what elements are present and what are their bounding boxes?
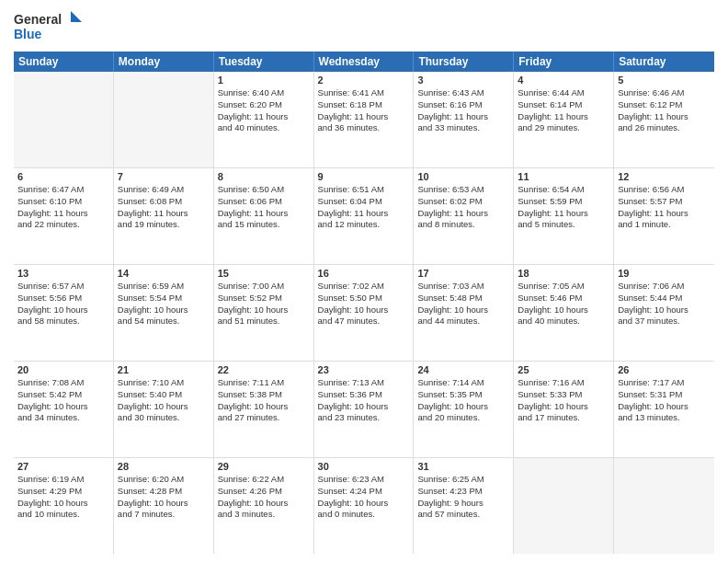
day-number: 13 [17, 268, 109, 279]
cell-info-line: Sunrise: 7:02 AM [318, 281, 410, 293]
cell-info-line: Sunrise: 6:19 AM [17, 474, 109, 486]
calendar-row-2: 13Sunrise: 6:57 AMSunset: 5:56 PMDayligh… [14, 265, 714, 362]
cell-info-line: Daylight: 11 hours [518, 111, 609, 123]
cell-info-line: Sunrise: 6:53 AM [417, 184, 509, 196]
cell-info-line: and 8 minutes. [417, 219, 509, 231]
cell-info-line: Sunset: 6:04 PM [318, 196, 410, 208]
cell-info-line: Sunrise: 6:25 AM [417, 474, 509, 486]
cell-info-line: Sunset: 5:56 PM [17, 293, 109, 304]
cell-info-line: Sunrise: 7:10 AM [118, 377, 210, 389]
cell-info-line: Sunset: 5:50 PM [318, 293, 410, 304]
cell-info-line: Sunrise: 6:40 AM [218, 87, 310, 99]
cell-info-line: Sunset: 6:18 PM [318, 99, 410, 111]
cell-info-line: and 40 minutes. [218, 122, 310, 134]
cell-info-line: Sunset: 5:54 PM [118, 293, 210, 304]
svg-text:Blue: Blue [14, 27, 42, 41]
cell-info-line: Sunrise: 6:51 AM [318, 184, 410, 196]
calendar-cell-empty-0-1 [114, 72, 214, 167]
day-number: 26 [618, 364, 711, 375]
calendar-cell-day-31: 31Sunrise: 6:25 AMSunset: 4:23 PMDayligh… [414, 458, 514, 554]
cell-info-line: Daylight: 10 hours [17, 498, 109, 510]
cell-info-line: Daylight: 10 hours [218, 401, 310, 413]
cell-info-line: Sunset: 4:28 PM [118, 486, 210, 498]
cell-info-line: Daylight: 10 hours [218, 498, 310, 510]
calendar-cell-day-1: 1Sunrise: 6:40 AMSunset: 6:20 PMDaylight… [214, 72, 314, 167]
calendar-cell-day-26: 26Sunrise: 7:17 AMSunset: 5:31 PMDayligh… [614, 362, 714, 457]
cell-info-line: Daylight: 11 hours [118, 208, 210, 220]
cell-info-line: and 27 minutes. [218, 412, 310, 424]
cell-info-line: Sunset: 6:16 PM [417, 99, 509, 111]
calendar-cell-day-14: 14Sunrise: 6:59 AMSunset: 5:54 PMDayligh… [114, 265, 214, 361]
cell-info-line: and 30 minutes. [118, 412, 210, 424]
cell-info-line: Sunset: 5:59 PM [518, 196, 609, 208]
cell-info-line: Sunset: 6:20 PM [218, 99, 310, 111]
cell-info-line: Sunset: 5:44 PM [618, 293, 711, 304]
calendar-cell-day-7: 7Sunrise: 6:49 AMSunset: 6:08 PMDaylight… [114, 168, 214, 264]
cell-info-line: Daylight: 9 hours [417, 498, 509, 510]
cell-info-line: Sunset: 4:26 PM [218, 486, 310, 498]
calendar-cell-empty-4-5 [514, 458, 614, 554]
cell-info-line: Sunrise: 6:56 AM [618, 184, 711, 196]
cell-info-line: Sunrise: 6:54 AM [518, 184, 609, 196]
cell-info-line: Sunset: 6:02 PM [417, 196, 509, 208]
cell-info-line: Daylight: 11 hours [417, 208, 509, 220]
cell-info-line: Daylight: 10 hours [518, 401, 609, 413]
calendar-cell-day-27: 27Sunrise: 6:19 AMSunset: 4:29 PMDayligh… [14, 458, 114, 554]
cell-info-line: Sunrise: 7:16 AM [518, 377, 609, 389]
weekday-header-thursday: Thursday [414, 52, 514, 72]
day-number: 15 [218, 268, 310, 279]
calendar-cell-day-19: 19Sunrise: 7:06 AMSunset: 5:44 PMDayligh… [614, 265, 714, 361]
cell-info-line: Daylight: 10 hours [118, 498, 210, 510]
calendar-cell-day-23: 23Sunrise: 7:13 AMSunset: 5:36 PMDayligh… [314, 362, 415, 457]
day-number: 3 [417, 75, 509, 86]
cell-info-line: Sunset: 6:08 PM [118, 196, 210, 208]
svg-text:General: General [14, 12, 62, 27]
day-number: 21 [118, 364, 210, 375]
cell-info-line: and 23 minutes. [318, 412, 410, 424]
cell-info-line: Daylight: 11 hours [417, 111, 509, 123]
cell-info-line: Daylight: 10 hours [17, 401, 109, 413]
cell-info-line: Daylight: 11 hours [318, 111, 410, 123]
cell-info-line: and 19 minutes. [118, 219, 210, 231]
day-number: 14 [118, 268, 210, 279]
cell-info-line: Sunset: 5:31 PM [618, 389, 711, 401]
day-number: 31 [417, 461, 509, 472]
calendar-cell-empty-0-0 [14, 72, 114, 167]
day-number: 25 [518, 364, 609, 375]
cell-info-line: Sunset: 4:29 PM [17, 486, 109, 498]
cell-info-line: and 37 minutes. [618, 316, 711, 327]
calendar-cell-day-22: 22Sunrise: 7:11 AMSunset: 5:38 PMDayligh… [214, 362, 314, 457]
general-blue-logo-svg: General Blue [14, 9, 87, 44]
cell-info-line: Sunset: 6:10 PM [17, 196, 109, 208]
cell-info-line: Sunset: 6:12 PM [618, 99, 711, 111]
day-number: 28 [118, 461, 210, 472]
calendar-cell-day-13: 13Sunrise: 6:57 AMSunset: 5:56 PMDayligh… [14, 265, 114, 361]
calendar-row-0: 1Sunrise: 6:40 AMSunset: 6:20 PMDaylight… [14, 72, 714, 168]
day-number: 22 [218, 364, 310, 375]
cell-info-line: Daylight: 11 hours [17, 208, 109, 220]
cell-info-line: Daylight: 11 hours [618, 208, 711, 220]
day-number: 27 [17, 461, 109, 472]
day-number: 6 [17, 171, 109, 182]
header: General Blue [14, 9, 714, 44]
weekday-header-wednesday: Wednesday [314, 52, 415, 72]
day-number: 20 [17, 364, 109, 375]
weekday-header-tuesday: Tuesday [214, 52, 314, 72]
cell-info-line: Sunrise: 6:22 AM [218, 474, 310, 486]
cell-info-line: Daylight: 10 hours [318, 498, 410, 510]
cell-info-line: Daylight: 10 hours [618, 304, 711, 316]
calendar-cell-day-6: 6Sunrise: 6:47 AMSunset: 6:10 PMDaylight… [14, 168, 114, 264]
page: General Blue SundayMondayTuesdayWednesda… [0, 0, 728, 563]
cell-info-line: Sunset: 4:23 PM [417, 486, 509, 498]
cell-info-line: and 12 minutes. [318, 219, 410, 231]
day-number: 29 [218, 461, 310, 472]
cell-info-line: Daylight: 10 hours [218, 304, 310, 316]
calendar-row-1: 6Sunrise: 6:47 AMSunset: 6:10 PMDaylight… [14, 168, 714, 265]
cell-info-line: Sunrise: 6:49 AM [118, 184, 210, 196]
cell-info-line: and 47 minutes. [318, 316, 410, 327]
day-number: 7 [118, 171, 210, 182]
cell-info-line: and 1 minute. [618, 219, 711, 231]
cell-info-line: and 20 minutes. [417, 412, 509, 424]
day-number: 4 [518, 75, 609, 86]
cell-info-line: Sunrise: 6:50 AM [218, 184, 310, 196]
